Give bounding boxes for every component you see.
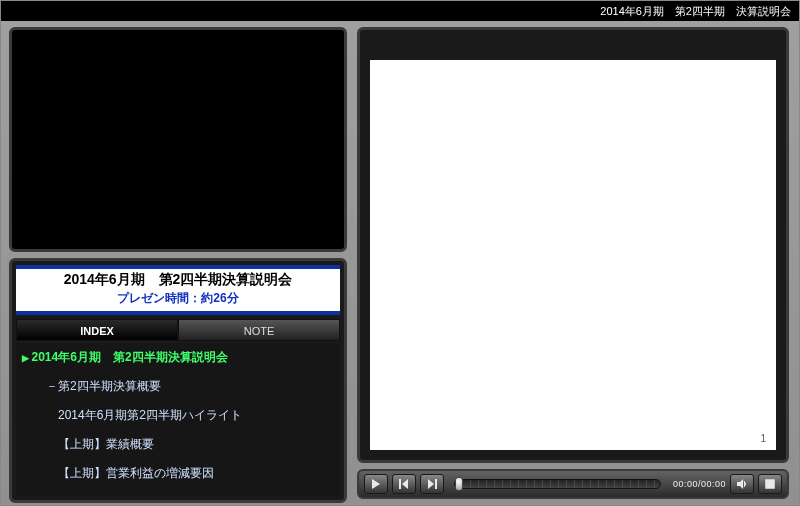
prev-icon (399, 479, 409, 489)
seek-bar[interactable] (454, 479, 661, 489)
video-player[interactable] (9, 27, 347, 252)
main-layout: 2014年6月期 第2四半期決算説明会 プレゼン時間：約26分 INDEX NO… (1, 21, 799, 505)
list-item[interactable]: 2014年6月期 第2四半期決算説明会 (16, 343, 340, 372)
fullscreen-icon (765, 479, 775, 489)
slide-frame: 1 (357, 27, 789, 463)
header-title: 2014年6月期 第2四半期 決算説明会 (600, 5, 791, 17)
fullscreen-button[interactable] (758, 474, 782, 494)
tab-note[interactable]: NOTE (178, 319, 340, 341)
time-display: 00:00/00:00 (671, 479, 726, 489)
svg-marker-0 (372, 479, 380, 489)
svg-marker-2 (402, 479, 408, 489)
prev-button[interactable] (392, 474, 416, 494)
play-button[interactable] (364, 474, 388, 494)
presentation-duration: プレゼン時間：約26分 (16, 290, 340, 307)
svg-rect-6 (766, 480, 774, 488)
volume-icon (737, 479, 747, 489)
index-list[interactable]: 2014年6月期 第2四半期決算説明会 －第2四半期決算概要 2014年6月期第… (16, 343, 340, 496)
presentation-title-band: 2014年6月期 第2四半期決算説明会 プレゼン時間：約26分 (16, 265, 340, 315)
svg-rect-4 (435, 479, 437, 489)
right-column: 1 00:00/00:00 (353, 21, 799, 505)
slide-content: 1 (370, 60, 776, 450)
volume-button[interactable] (730, 474, 754, 494)
list-item[interactable]: 【上期】営業利益の増減要因 (16, 459, 340, 488)
presentation-title: 2014年6月期 第2四半期決算説明会 (16, 271, 340, 289)
play-icon (371, 479, 381, 489)
slide-page-number: 1 (760, 433, 766, 444)
seek-knob[interactable] (455, 477, 463, 491)
next-button[interactable] (420, 474, 444, 494)
svg-marker-3 (428, 479, 434, 489)
left-column: 2014年6月期 第2四半期決算説明会 プレゼン時間：約26分 INDEX NO… (1, 21, 353, 505)
info-panel: 2014年6月期 第2四半期決算説明会 プレゼン時間：約26分 INDEX NO… (9, 258, 347, 503)
panel-tabs: INDEX NOTE (16, 319, 340, 341)
header-bar: 2014年6月期 第2四半期 決算説明会 (1, 1, 799, 21)
list-item[interactable]: 【上期】業績概要 (16, 430, 340, 459)
seek-ticks (455, 480, 660, 488)
svg-marker-5 (737, 479, 743, 489)
next-icon (427, 479, 437, 489)
player-controls: 00:00/00:00 (357, 469, 789, 499)
app-root: 2014年6月期 第2四半期 決算説明会 2014年6月期 第2四半期決算説明会… (0, 0, 800, 506)
svg-rect-1 (399, 479, 401, 489)
tab-index[interactable]: INDEX (16, 319, 178, 341)
list-item[interactable]: 2014年6月期第2四半期ハイライト (16, 401, 340, 430)
list-item[interactable]: －第2四半期決算概要 (16, 372, 340, 401)
